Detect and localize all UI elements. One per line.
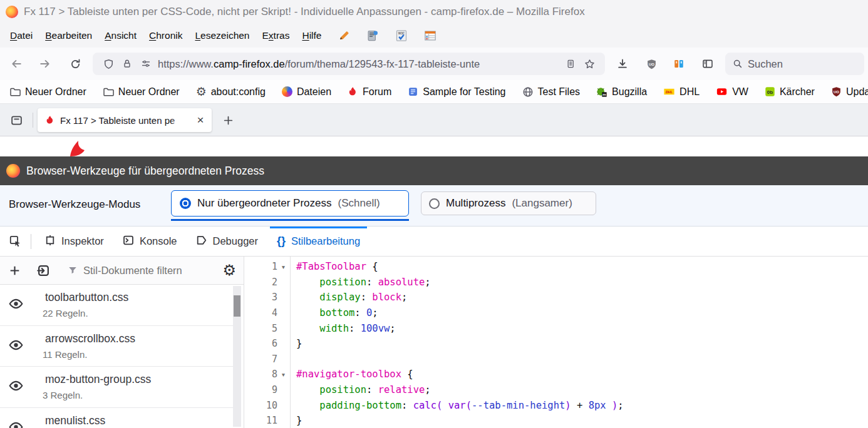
forward-button[interactable]	[34, 53, 56, 75]
menu-item-hilfe[interactable]: Hilfe	[296, 26, 328, 45]
permissions-icon[interactable]	[137, 54, 155, 73]
tab-close-icon[interactable]: ×	[193, 113, 208, 128]
devtools-separator	[31, 234, 31, 249]
bookmark-item[interactable]: UOUpdate	[831, 86, 868, 98]
devtools-toolbar: InspektorKonsoleDebugger{}Stilbearbeitun…	[0, 227, 868, 257]
url-bar[interactable]: https://www.camp-firefox.de/forum/thema/…	[93, 53, 605, 75]
style-editor-options-gear-icon[interactable]: ⚙	[222, 263, 236, 278]
download-icon[interactable]	[611, 53, 634, 75]
svg-text:UO: UO	[649, 62, 654, 66]
reload-button[interactable]	[64, 53, 86, 75]
devtools-tab-konsole[interactable]: Konsole	[113, 227, 187, 256]
bookmark-item[interactable]: Forum	[348, 86, 391, 98]
fold-arrow-icon[interactable]: ▼	[277, 370, 289, 378]
code-text[interactable]: width: 100vw;	[289, 323, 396, 334]
ublock-gray-icon[interactable]: UO	[640, 53, 663, 75]
fold-spacer	[277, 312, 289, 313]
filter-funnel-icon	[68, 265, 78, 275]
menu-item-extras[interactable]: Extras	[256, 26, 296, 45]
fold-arrow-icon[interactable]: ▼	[277, 263, 289, 270]
pick-element-icon[interactable]	[3, 230, 27, 253]
radio-unselected-icon[interactable]	[429, 198, 440, 209]
visibility-eye-icon[interactable]	[9, 380, 23, 394]
stylesheet-item[interactable]: moz-button-group.css3 Regeln.	[0, 367, 235, 408]
bookmark-item[interactable]: Neuer Ordner	[9, 86, 86, 98]
fold-spacer	[277, 343, 289, 344]
bookmark-label: VW	[732, 86, 748, 98]
bookmark-item[interactable]: Dateien	[282, 86, 331, 98]
menu-item-ansicht[interactable]: Ansicht	[98, 26, 143, 45]
code-text[interactable]: padding-bottom: calc( var(--tab-min-heig…	[289, 400, 624, 411]
code-text[interactable]: #navigator-toolbox {	[289, 369, 413, 380]
bookmark-item[interactable]: Neuer Ordner	[103, 86, 180, 98]
line-number: 9	[245, 384, 277, 395]
code-text[interactable]: }	[289, 338, 302, 349]
pencil-icon[interactable]	[338, 29, 350, 42]
filter-stylesheets[interactable]: Stil-Dokumente filtern	[68, 265, 182, 277]
code-text[interactable]: bottom: 0;	[289, 307, 378, 318]
code-text[interactable]: #TabsToolbar {	[289, 261, 378, 272]
mode-option-parent-process[interactable]: Nur übergeordneter Prozess (Schnell)	[171, 190, 409, 217]
visibility-eye-icon[interactable]	[9, 298, 23, 312]
reader-view-icon[interactable]	[561, 54, 580, 73]
bookmark-item[interactable]: DHLDHL	[663, 86, 700, 98]
visibility-eye-icon[interactable]	[9, 421, 23, 428]
link-checker-icon[interactable]	[366, 29, 379, 42]
tracking-shield-icon[interactable]	[99, 54, 118, 73]
lock-icon[interactable]	[118, 54, 137, 73]
scrollbar-thumb[interactable]	[234, 295, 240, 317]
sidebar-toggle-icon[interactable]	[696, 53, 719, 75]
stylesheet-item[interactable]: toolbarbutton.css22 Regeln.	[0, 285, 235, 326]
code-text[interactable]: position: relative;	[289, 384, 431, 395]
stylesheet-item[interactable]: arrowscrollbox.css11 Regeln.	[0, 326, 235, 367]
menu-item-lesezeichen[interactable]: Lesezeichen	[189, 26, 256, 45]
tab-bar: Fx 117 > Tableiste unten pe ×	[0, 104, 868, 136]
stylesheet-item[interactable]: menulist.css	[0, 408, 235, 428]
menu-item-bearbeiten[interactable]: Bearbeiten	[39, 26, 98, 45]
code-text[interactable]: }	[289, 415, 302, 426]
devtools-tab-inspektor[interactable]: Inspektor	[35, 227, 113, 256]
menu-item-chronik[interactable]: Chronik	[143, 26, 189, 45]
mode-option-active-underline	[171, 219, 409, 221]
new-stylesheet-icon[interactable]	[4, 260, 25, 281]
devtools-tab-stilbearbeitung[interactable]: {}Stilbearbeitung	[267, 227, 369, 256]
line-number: 6	[245, 338, 277, 349]
bookmark-star-icon[interactable]	[580, 54, 599, 73]
tab-title-fade	[170, 115, 188, 126]
visibility-eye-icon[interactable]	[9, 339, 23, 354]
mode-option-label: Multiprozess	[446, 197, 505, 210]
css-code-editor[interactable]: 1▼#TabsToolbar {2 position: absolute;3 d…	[245, 257, 868, 428]
firefox-view-icon[interactable]	[5, 109, 28, 131]
bookmark-item[interactable]: VW	[716, 86, 748, 98]
container-tabs-icon[interactable]	[668, 53, 690, 75]
bookmark-item[interactable]: mBugzilla	[596, 86, 647, 98]
bookmark-item[interactable]: 0bKärcher	[765, 86, 815, 98]
w3c-validator-icon[interactable]: W3C	[395, 29, 408, 42]
back-button[interactable]	[5, 53, 28, 75]
table-tool-icon[interactable]	[424, 29, 437, 42]
radio-selected-icon[interactable]	[180, 198, 191, 209]
bookmark-item[interactable]: ⚙about:config	[196, 86, 266, 98]
mode-option-multiprocess[interactable]: Multiprozess (Langsamer)	[421, 191, 596, 215]
debugger-icon	[196, 235, 207, 248]
url-text[interactable]: https://www.camp-firefox.de/forum/thema/…	[158, 58, 561, 70]
svg-text:W3C: W3C	[398, 32, 405, 35]
search-bar[interactable]: Suchen	[725, 53, 864, 75]
stylesheet-list: toolbarbutton.css22 Regeln.arrowscrollbo…	[0, 285, 235, 428]
toolbox-title-bar: Browser-Werkzeuge für übergeordneten Pro…	[0, 156, 868, 185]
devtools-tab-debugger[interactable]: Debugger	[187, 227, 267, 256]
menu-item-datei[interactable]: Datei	[4, 26, 39, 45]
bookmark-item[interactable]: Test Files	[522, 86, 581, 98]
bookmark-item[interactable]: Sample for Testing	[408, 86, 505, 98]
firefox-swirl-icon	[282, 86, 292, 97]
code-text[interactable]: position: absolute;	[289, 277, 431, 288]
import-stylesheet-icon[interactable]	[33, 260, 54, 281]
browser-tab[interactable]: Fx 117 > Tableiste unten pe ×	[38, 108, 212, 132]
line-number: 1	[245, 261, 277, 272]
code-text[interactable]: display: block;	[289, 292, 407, 303]
code-lines: 1▼#TabsToolbar {2 position: absolute;3 d…	[245, 259, 868, 428]
stylesheet-name: menulist.css	[45, 414, 105, 427]
code-line: 5 width: 100vw;	[245, 320, 868, 336]
new-tab-button[interactable]	[218, 110, 238, 130]
sidebar-scrollbar[interactable]	[233, 286, 241, 427]
